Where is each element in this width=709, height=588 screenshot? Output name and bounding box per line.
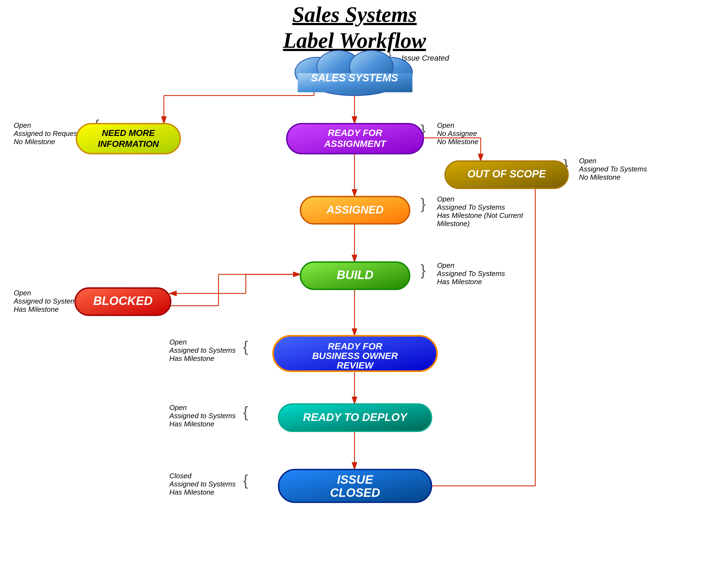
need-more-info-label-1: NEED MORE: [102, 128, 155, 138]
out-of-scope-label: OUT OF SCOPE: [467, 168, 546, 180]
ann-assigned-line3: Has Milestone (Not Current: [437, 211, 524, 219]
bo-review-label-1: READY FOR: [328, 341, 383, 351]
ready-for-assignment-node: READY FOR ASSIGNMENT: [287, 124, 423, 154]
ann-deploy-line2: Assigned to Systems: [169, 412, 236, 420]
ready-assign-label-2: ASSIGNMENT: [324, 138, 387, 149]
ann-ready-assign-line1: Open: [437, 121, 454, 129]
ready-assign-label-1: READY FOR: [328, 128, 383, 138]
blocked-label: BLOCKED: [93, 294, 153, 308]
ann-out-scope-line2: Assigned To Systems: [578, 165, 647, 173]
ann-build-line2: Assigned To Systems: [437, 269, 505, 277]
ann-need-more-info-line2: Assigned to Requestor: [13, 129, 86, 138]
assigned-label: ASSIGNED: [326, 204, 384, 216]
ann-need-more-info-line1: Open: [14, 121, 31, 129]
ann-assigned-line1: Open: [437, 195, 454, 203]
brace-build: }: [421, 262, 425, 278]
ann-assigned-line4: Milestone): [437, 219, 470, 228]
bo-review-label-3: REVIEW: [337, 360, 374, 370]
ann-ready-assign-line3: No Milestone: [437, 138, 478, 146]
ready-deploy-label: READY TO DEPLOY: [303, 411, 408, 423]
out-of-scope-node: OUT OF SCOPE: [445, 161, 568, 188]
ann-need-more-info-line3: No Milestone: [14, 138, 55, 146]
build-label: BUILD: [337, 268, 373, 282]
bo-review-label-2: BUSINESS OWNER: [312, 350, 398, 361]
blocked-node: BLOCKED: [75, 288, 171, 315]
ann-blocked-line1: Open: [14, 289, 31, 297]
ann-closed-line2: Assigned to Systems: [169, 480, 236, 488]
ann-ready-assign-line2: No Assignee: [437, 129, 477, 138]
ann-build-line3: Has Milestone: [437, 277, 482, 286]
ann-bo-review-line3: Has Milestone: [169, 354, 214, 363]
issue-closed-label-2: CLOSED: [330, 486, 380, 499]
need-more-info-label-2: INFORMATION: [98, 139, 159, 149]
ann-out-scope-line1: Open: [579, 157, 597, 165]
sales-systems-node: SALES SYSTEMS: [295, 51, 412, 96]
ann-deploy-line3: Has Milestone: [169, 420, 214, 428]
ann-out-scope-line3: No Milestone: [579, 173, 621, 181]
issue-closed-node: ISSUE CLOSED: [279, 470, 431, 502]
brace-ready-deploy: {: [243, 403, 248, 420]
need-more-info-node: NEED MORE INFORMATION: [77, 124, 180, 154]
brace-issue-closed: {: [243, 472, 248, 489]
ann-issue-created: Issue Created: [401, 54, 450, 62]
ann-deploy-line1: Open: [169, 403, 187, 412]
ann-closed-line3: Has Milestone: [169, 488, 214, 496]
ann-assigned-line2: Assigned To Systems: [437, 203, 505, 211]
ann-bo-review-line1: Open: [169, 338, 187, 346]
issue-closed-label-1: ISSUE: [337, 473, 374, 486]
ann-blocked-line3: Has Milestone: [14, 305, 59, 313]
sales-systems-label: SALES SYSTEMS: [311, 72, 398, 83]
ready-to-deploy-node: READY TO DEPLOY: [279, 404, 431, 431]
build-node: BUILD: [300, 262, 410, 289]
ann-closed-line1: Closed: [169, 472, 192, 480]
assigned-node: ASSIGNED: [300, 196, 410, 224]
ann-blocked-line2: Assigned to Systems: [13, 297, 80, 305]
bo-review-node: READY FOR BUSINESS OWNER REVIEW: [273, 336, 437, 371]
brace-assigned: }: [421, 195, 425, 212]
page-title-line1: Sales Systems: [292, 2, 417, 26]
ann-bo-review-line2: Assigned to Systems: [169, 346, 236, 354]
brace-bo-review: {: [243, 338, 248, 355]
page-title-line2: Label Workflow: [283, 28, 426, 52]
ann-build-line1: Open: [437, 261, 454, 269]
